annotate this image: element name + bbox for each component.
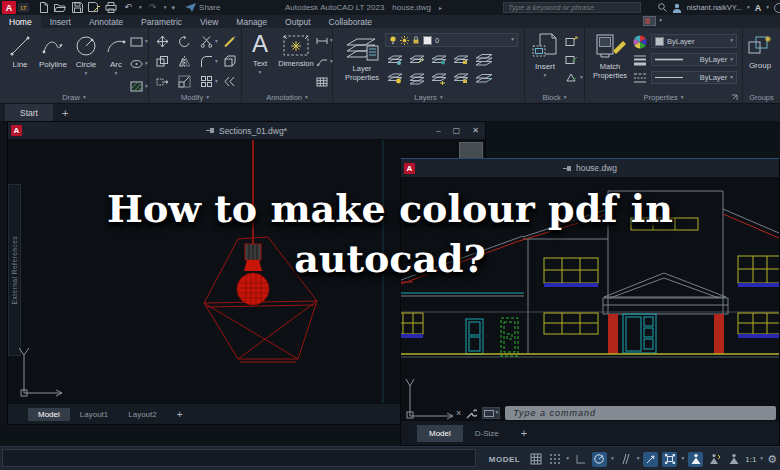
ribbon-options-icon[interactable]: ▾ bbox=[643, 16, 662, 26]
command-line-dock[interactable] bbox=[2, 449, 476, 467]
command-settings-wrench-icon[interactable] bbox=[466, 408, 477, 419]
linetype-icon[interactable] bbox=[633, 72, 647, 84]
layers-panel-footer[interactable]: Layers▾ bbox=[333, 92, 524, 103]
caret-icon[interactable]: ▾ bbox=[637, 456, 640, 462]
caret-icon[interactable]: ▾ bbox=[747, 5, 750, 11]
move-tool[interactable] bbox=[156, 35, 169, 48]
object-snap-tracking-icon[interactable] bbox=[643, 452, 658, 467]
block-attributes-tool[interactable]: ▾ bbox=[565, 72, 583, 83]
mirror-tool[interactable] bbox=[178, 55, 191, 68]
caret-icon[interactable]: ▾ bbox=[611, 456, 614, 462]
draw-panel-footer[interactable]: Draw▾ bbox=[0, 92, 148, 103]
layer-freeze-tool[interactable] bbox=[431, 52, 447, 66]
block-panel-footer[interactable]: Block▾ bbox=[525, 92, 584, 103]
annotation-scale-value[interactable]: 1:1 bbox=[745, 455, 756, 464]
tab-view[interactable]: View bbox=[191, 15, 227, 28]
polyline-tool[interactable]: Polyline bbox=[36, 34, 70, 69]
caret-icon[interactable]: ▾ bbox=[139, 5, 142, 11]
layer-unlock-tool[interactable] bbox=[453, 70, 469, 85]
minimize-button[interactable]: – bbox=[436, 126, 440, 135]
sections-tab-model[interactable]: Model bbox=[28, 408, 70, 421]
rectangle-tool[interactable]: ▾ bbox=[130, 37, 148, 47]
house-tab-model[interactable]: Model bbox=[417, 425, 463, 442]
tab-insert[interactable]: Insert bbox=[41, 15, 80, 28]
house-canvas[interactable]: × ▾ Type a command bbox=[401, 178, 779, 422]
table-tool[interactable] bbox=[316, 77, 328, 87]
external-references-palette-tab[interactable]: External References bbox=[8, 184, 21, 356]
restore-button[interactable]: ▢ bbox=[453, 126, 461, 135]
tab-home[interactable]: Home bbox=[0, 15, 41, 28]
layer-walk-tool[interactable] bbox=[431, 70, 447, 85]
title-bar[interactable]: A LT ↶▾ ↷▾ ▾ Share Autodesk AutoCAD LT 2… bbox=[0, 0, 780, 15]
erase-tool[interactable] bbox=[223, 35, 236, 48]
sections-tab-layout1[interactable]: Layout1 bbox=[70, 408, 118, 421]
caret-icon[interactable]: ▾ bbox=[730, 38, 733, 44]
fillet-tool[interactable]: ▾ bbox=[200, 55, 218, 68]
annotation-panel-footer[interactable]: Annotation▾ bbox=[242, 92, 332, 103]
caret-icon[interactable]: ▾ bbox=[145, 84, 148, 90]
ortho-icon[interactable] bbox=[573, 452, 588, 467]
linetype-dropdown[interactable]: ByLayer ▾ bbox=[651, 71, 737, 84]
ellipse-tool[interactable]: ▾ bbox=[130, 59, 148, 69]
caret-icon[interactable]: ▾ bbox=[145, 61, 148, 67]
snap-mode-icon[interactable] bbox=[547, 452, 562, 467]
search-icon[interactable] bbox=[658, 3, 667, 12]
new-drawing-tab-button[interactable]: + bbox=[53, 104, 77, 121]
object-color-wheel-icon[interactable] bbox=[633, 35, 647, 49]
tab-annotate[interactable]: Annotate bbox=[80, 15, 132, 28]
tab-output[interactable]: Output bbox=[276, 15, 320, 28]
model-space-label[interactable]: MODEL bbox=[489, 455, 520, 464]
doc-arrow-icon[interactable]: ▸ bbox=[439, 5, 442, 11]
caret-icon[interactable]: ▾ bbox=[495, 410, 498, 416]
edit-block-tool[interactable] bbox=[565, 54, 578, 65]
redo-icon[interactable]: ↷ bbox=[147, 2, 159, 14]
caret-icon[interactable]: ▾ bbox=[215, 39, 218, 45]
house-tab-dsize[interactable]: D-Size bbox=[463, 425, 511, 442]
lineweight-icon[interactable] bbox=[633, 54, 647, 66]
arc-tool[interactable]: Arc ▾ bbox=[103, 34, 129, 77]
layer-properties-button[interactable]: Layer Properties bbox=[339, 33, 385, 82]
insert-block-button[interactable]: Insert ▾ bbox=[529, 33, 561, 79]
polar-tracking-icon[interactable] bbox=[592, 452, 607, 467]
groups-panel-footer[interactable]: Groups bbox=[743, 92, 780, 103]
caret-icon[interactable]: ▾ bbox=[760, 456, 763, 462]
rotate-tool[interactable] bbox=[178, 35, 191, 48]
canvas-scrollbar[interactable] bbox=[459, 142, 483, 159]
sections-new-layout-button[interactable]: + bbox=[167, 407, 193, 422]
help-icon[interactable] bbox=[774, 3, 780, 13]
explode-tool[interactable] bbox=[223, 55, 236, 68]
scale-tool[interactable] bbox=[178, 75, 191, 88]
copy-tool[interactable] bbox=[156, 55, 169, 68]
caret-icon[interactable]: ▾ bbox=[544, 73, 547, 79]
command-input[interactable]: Type a command bbox=[505, 406, 776, 420]
create-block-tool[interactable] bbox=[565, 36, 578, 47]
leader-tool[interactable]: ▾ bbox=[316, 57, 333, 67]
close-button[interactable]: ✕ bbox=[472, 126, 479, 135]
object-color-dropdown[interactable]: ByLayer ▾ bbox=[651, 34, 737, 48]
plot-icon[interactable] bbox=[105, 2, 117, 14]
dimension-tool[interactable]: Dimension bbox=[275, 34, 317, 68]
open-folder-icon[interactable] bbox=[54, 2, 66, 14]
save-as-icon[interactable] bbox=[88, 2, 100, 14]
caret-icon[interactable]: ▾ bbox=[164, 5, 167, 11]
caret-icon[interactable]: ▾ bbox=[681, 456, 684, 462]
search-input[interactable] bbox=[503, 2, 641, 13]
undo-icon[interactable]: ↶ bbox=[122, 2, 134, 14]
autocad-logo[interactable]: A bbox=[2, 1, 16, 14]
user-avatar-icon[interactable] bbox=[672, 3, 682, 13]
caret-icon[interactable]: ▾ bbox=[145, 39, 148, 45]
modify-panel-footer[interactable]: Modify▾ bbox=[149, 92, 241, 103]
array-tool[interactable]: ▾ bbox=[200, 75, 218, 88]
new-file-icon[interactable] bbox=[37, 2, 49, 14]
caret-icon[interactable]: ▾ bbox=[215, 59, 218, 65]
line-tool[interactable]: Line bbox=[6, 34, 34, 69]
user-name[interactable]: nishant.naikVY... bbox=[687, 3, 742, 12]
offset-tool[interactable] bbox=[223, 75, 236, 88]
tab-collaborate[interactable]: Collaborate bbox=[320, 15, 381, 28]
caret-icon[interactable]: ▾ bbox=[215, 79, 218, 85]
hatch-tool[interactable]: ▾ bbox=[130, 81, 148, 92]
stretch-tool[interactable] bbox=[156, 75, 169, 88]
tab-parametric[interactable]: Parametric bbox=[132, 15, 191, 28]
circle-tool[interactable]: Circle ▾ bbox=[72, 34, 100, 77]
text-tool[interactable]: A Text ▾ bbox=[247, 31, 273, 76]
